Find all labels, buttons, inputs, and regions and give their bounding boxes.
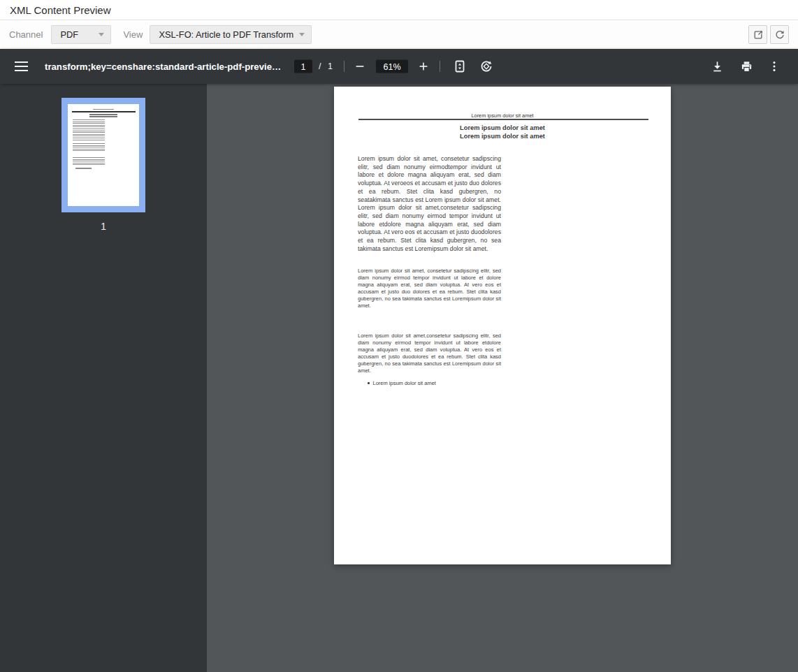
toolbar-separator <box>440 61 440 72</box>
document-area: Lorem ipsum dolor sit amet Lorem ipsum d… <box>207 84 798 672</box>
minus-icon <box>354 60 366 73</box>
hamburger-icon <box>15 61 28 63</box>
toolbar-separator <box>344 61 344 72</box>
page-divider: / <box>319 61 321 71</box>
window-title: XML Content Preview <box>10 4 111 16</box>
doc-bullet-text: Lorem ipsum dolor sit amet <box>373 380 436 386</box>
fit-to-page-button[interactable] <box>451 58 468 75</box>
doc-bullet-item: Lorem ipsum dolor sit amet <box>368 380 436 386</box>
channel-bar-actions <box>748 25 789 44</box>
thumbnail-page-preview <box>68 104 139 206</box>
chevron-down-icon <box>99 33 104 36</box>
view-dropdown[interactable]: XSL-FO: Article to PDF Transformation <box>150 25 312 44</box>
channel-label: Channel <box>9 29 43 40</box>
pdf-filename: transform;key=censhare:standard-article-… <box>45 61 281 72</box>
download-button[interactable] <box>709 58 725 75</box>
fit-page-icon <box>453 59 467 73</box>
channel-view-bar: Channel PDF View XSL-FO: Article to PDF … <box>0 20 798 49</box>
refresh-button[interactable] <box>770 25 789 44</box>
channel-dropdown-value: PDF <box>60 29 78 40</box>
view-dropdown-value: XSL-FO: Article to PDF Transformation <box>159 29 293 40</box>
zoom-in-button[interactable] <box>415 58 432 75</box>
doc-paragraph: Lorem ipsum dolor sit amet, consetetur s… <box>358 155 501 253</box>
more-vert-icon <box>768 60 781 73</box>
channel-dropdown[interactable]: PDF <box>51 25 111 44</box>
pdf-toolbar: transform;key=censhare:standard-article-… <box>0 49 798 84</box>
print-button[interactable] <box>738 58 755 75</box>
doc-subtitle-line: Lorem ipsum dolor sit amet <box>334 124 671 131</box>
open-in-new-icon <box>753 29 764 41</box>
menu-button[interactable] <box>13 61 29 71</box>
bullet-dot-icon <box>368 382 370 384</box>
doc-paragraph: Lorem ipsum dolor sit amet,consetetur sa… <box>358 333 501 375</box>
open-external-button[interactable] <box>748 25 767 44</box>
pdf-page: Lorem ipsum dolor sit amet Lorem ipsum d… <box>334 87 671 564</box>
thumbnail-sidebar: 1 <box>0 84 207 672</box>
page-thumbnail[interactable] <box>61 98 145 212</box>
zoom-out-button[interactable] <box>351 58 368 75</box>
rotate-ccw-icon <box>479 59 493 73</box>
page-total: 1 <box>328 61 333 71</box>
pdf-viewer-body: 1 Lorem ipsum dolor sit amet Lorem ipsum… <box>0 84 798 672</box>
printer-icon <box>740 60 753 73</box>
more-options-button[interactable] <box>766 58 783 75</box>
chevron-down-icon <box>299 33 305 36</box>
plus-icon <box>417 60 430 73</box>
doc-header-title: Lorem ipsum dolor sit amet <box>334 112 671 119</box>
page-number-input[interactable]: 1 <box>294 60 312 73</box>
window-titlebar: XML Content Preview <box>0 0 798 20</box>
doc-paragraph: Lorem ipsum dolor sit amet, consetetur s… <box>358 268 501 310</box>
download-icon <box>711 60 724 73</box>
thumbnail-page-number: 1 <box>101 221 106 232</box>
doc-header-rule <box>358 119 648 120</box>
zoom-level-input[interactable]: 61% <box>376 60 408 73</box>
view-label: View <box>123 29 143 40</box>
refresh-icon <box>774 29 785 41</box>
rotate-button[interactable] <box>478 58 495 75</box>
doc-subtitle-line: Lorem ipsum dolor sit amet <box>334 133 671 140</box>
